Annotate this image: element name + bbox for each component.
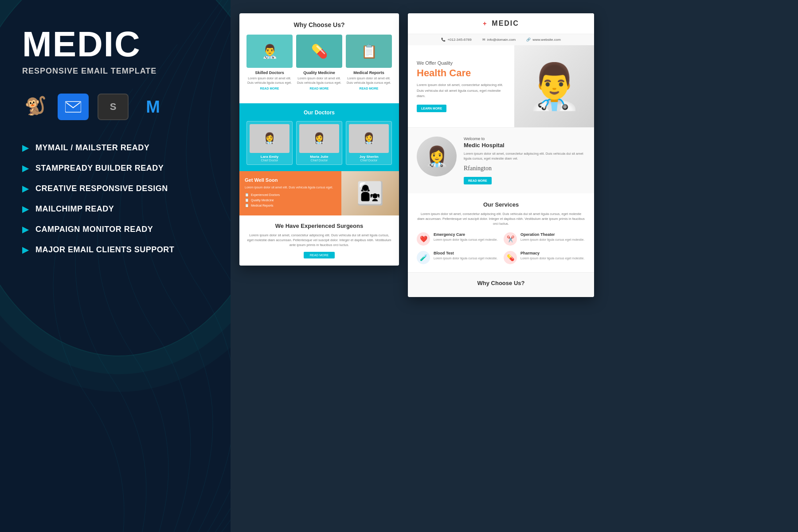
orange-right-image: 👩‍👧 xyxy=(341,171,399,215)
p2-header: + MEDIC xyxy=(408,13,594,34)
patient-image: 👩‍👧 xyxy=(341,171,399,215)
phone-contact: 📞 +012-345-6789 xyxy=(441,38,472,42)
our-doctors-title: Our Doctors xyxy=(246,110,392,116)
p2-services-section: Our Services Lorem ipsum dolor sit amet,… xyxy=(408,193,594,273)
hero-subtitle: We Offer Quality xyxy=(417,60,505,66)
email-icon: ✉ xyxy=(482,38,485,42)
doctor2-photo: 👩‍⚕️ xyxy=(299,124,339,153)
p2-logo: MEDIC xyxy=(492,20,519,27)
hero-description: Lorem ipsum dolor sit amet, consectetur … xyxy=(417,82,505,99)
doctors-grid: 👩‍⚕️ Lara Emily Chief Doctor 👩‍⚕️ Maria … xyxy=(246,121,392,165)
phone-number: +012-345-6789 xyxy=(447,38,472,42)
reports-icon: 📋 xyxy=(346,35,392,68)
service1-text: Lorem ipsum dolor ligula cursus eget mol… xyxy=(434,238,497,242)
service4-title: Pharmacy xyxy=(520,251,584,255)
doctor2-name: Maria Julie xyxy=(299,155,339,159)
card3-read-more[interactable]: READ MORE xyxy=(346,87,392,90)
feature-item-5: ▶ CAMPAIGN MONITOR READY xyxy=(22,224,208,235)
surgeons-read-more[interactable]: READ MORE xyxy=(304,252,335,258)
service2-content: Operation Theater Lorem ipsum dolor ligu… xyxy=(520,232,584,242)
blood-test-icon: 🧪 xyxy=(417,251,430,264)
card1-title: Skilled Doctors xyxy=(246,70,293,75)
card2-read-more[interactable]: READ MORE xyxy=(296,87,342,90)
arrow-icon-3: ▶ xyxy=(22,183,29,194)
arrow-icon-6: ▶ xyxy=(22,244,29,255)
hero-text-content: We Offer Quality Health Care Lorem ipsum… xyxy=(408,45,514,127)
doctor1-title: Chief Doctor xyxy=(250,159,289,162)
welcome-doctor-photo: 👩‍⚕️ xyxy=(417,137,457,176)
feature-label-1: MYMAIL / MAILSTER READY xyxy=(35,143,149,153)
left-panel: MEDIC RESPONSIVE EMAIL TEMPLATE 🐒 S M ▶ … xyxy=(0,0,231,532)
doctor1-name: Lara Emily xyxy=(250,155,289,159)
arrow-icon-4: ▶ xyxy=(22,203,29,214)
services-title: Our Services xyxy=(417,201,585,208)
orange-left-content: Get Well Soon Lorem ipsum dolor sit amet… xyxy=(239,171,341,215)
surgeons-section: We Have Experienced Surgeons Lorem ipsum… xyxy=(239,215,399,266)
brand-subtitle: RESPONSIVE EMAIL TEMPLATE xyxy=(22,66,208,76)
service3-title: Blood Test xyxy=(434,251,497,255)
feature-item-3: ▶ CREATIVE RESPONSIVE DESIGN xyxy=(22,183,208,194)
doctor2-title: Chief Doctor xyxy=(299,159,339,162)
welcome-subtitle: Welcome to xyxy=(464,137,585,141)
card1-read-more[interactable]: READ MORE xyxy=(246,87,293,90)
service-pharmacy: 💊 Pharmacy Lorem ipsum dolor ligula curs… xyxy=(504,251,585,264)
why-choose-title: Why Choose Us? xyxy=(417,280,585,286)
get-well-section: Get Well Soon Lorem ipsum dolor sit amet… xyxy=(239,171,399,215)
card2-title: Quality Medicine xyxy=(296,70,342,75)
plus-icon: + xyxy=(483,20,486,27)
welcome-content: Welcome to Medic Hospital Lorem ipsum do… xyxy=(464,137,585,184)
card-doctors: 👨‍⚕️ Skilled Doctors Lorem ipsum dolor s… xyxy=(246,35,293,90)
email-client-icons: 🐒 S M xyxy=(22,94,208,120)
wave-decoration xyxy=(0,0,231,532)
feature-item-2: ▶ STAMPREADY BUILDER READY xyxy=(22,163,208,173)
orange-text: Lorem ipsum dolor sit amet elit. Duis ve… xyxy=(245,185,336,190)
service3-content: Blood Test Lorem ipsum dolor ligula curs… xyxy=(434,251,497,261)
service3-text: Lorem ipsum dolor ligula cursus eget mol… xyxy=(434,256,497,261)
doctor-card-2: 👩‍⚕️ Maria Julie Chief Doctor xyxy=(296,121,342,165)
brand-title: MEDIC xyxy=(22,27,208,62)
email-contact: ✉ info@domain.com xyxy=(482,38,516,42)
doctors-icon: 👨‍⚕️ xyxy=(246,35,293,68)
feature-cards: 👨‍⚕️ Skilled Doctors Lorem ipsum dolor s… xyxy=(246,35,392,90)
feature-label-3: CREATIVE RESPONSIVE DESIGN xyxy=(35,184,168,193)
medicine-icon: 💊 xyxy=(296,35,342,68)
welcome-title: Medic Hospital xyxy=(464,142,585,149)
email-preview-1: Why Choose Us? 👨‍⚕️ Skilled Doctors Lore… xyxy=(239,13,399,266)
service4-content: Pharmacy Lorem ipsum dolor ligula cursus… xyxy=(520,251,584,261)
p2-hero: We Offer Quality Health Care Lorem ipsum… xyxy=(408,45,594,127)
our-doctors-section: Our Doctors 👩‍⚕️ Lara Emily Chief Doctor… xyxy=(239,103,399,171)
email-address: info@domain.com xyxy=(487,38,516,42)
feature-item-4: ▶ MAILCHIMP READY xyxy=(22,203,208,214)
arrow-icon-2: ▶ xyxy=(22,163,29,173)
services-grid: ❤️ Emergency Care Lorem ipsum dolor ligu… xyxy=(417,232,585,264)
arrow-icon-1: ▶ xyxy=(22,142,29,153)
service1-title: Emergency Care xyxy=(434,232,497,237)
surgeons-text: Lorem ipsum dolor sit amet, consectetur … xyxy=(246,233,392,248)
doctor3-name: Joy Sherlin xyxy=(349,155,389,159)
welcome-read-more[interactable]: READ MORE xyxy=(464,177,492,184)
right-panel: Why Choose Us? 👨‍⚕️ Skilled Doctors Lore… xyxy=(231,0,798,532)
doctor-card-1: 👩‍⚕️ Lara Emily Chief Doctor xyxy=(246,121,293,165)
service2-text: Lorem ipsum dolor ligula cursus eget mol… xyxy=(520,238,584,242)
mailchimp-icon: 🐒 xyxy=(22,94,49,118)
why-choose-title: Why Choose Us? xyxy=(246,21,392,28)
service2-title: Operation Theater xyxy=(520,232,584,237)
feature-item-1: ▶ MYMAIL / MAILSTER READY xyxy=(22,142,208,153)
card3-text: Lorem ipsum dolor sit amet elit. Duis ve… xyxy=(346,76,392,85)
orange-list-item-3: Medical Reports xyxy=(245,203,336,207)
pharmacy-icon: 💊 xyxy=(504,251,517,264)
phone-icon: 📞 xyxy=(441,38,446,42)
website-icon: 🔗 xyxy=(526,38,531,42)
service-operation: ✂️ Operation Theater Lorem ipsum dolor l… xyxy=(504,232,585,246)
doctor1-photo: 👩‍⚕️ xyxy=(250,124,289,153)
feature-label-4: MAILCHIMP READY xyxy=(35,204,114,214)
hero-title: Health Care xyxy=(417,67,505,79)
signature: Rfanington xyxy=(464,165,585,172)
p2-welcome-section: 👩‍⚕️ Welcome to Medic Hospital Lorem ips… xyxy=(408,127,594,193)
p2-why-choose-section: Why Choose Us? xyxy=(408,272,594,297)
orange-title: Get Well Soon xyxy=(245,177,336,183)
surgeons-title: We Have Experienced Surgeons xyxy=(246,223,392,229)
learn-more-button[interactable]: LEARN MORE xyxy=(417,105,446,112)
card3-title: Medical Reports xyxy=(346,70,392,75)
why-choose-section: Why Choose Us? 👨‍⚕️ Skilled Doctors Lore… xyxy=(239,13,399,103)
